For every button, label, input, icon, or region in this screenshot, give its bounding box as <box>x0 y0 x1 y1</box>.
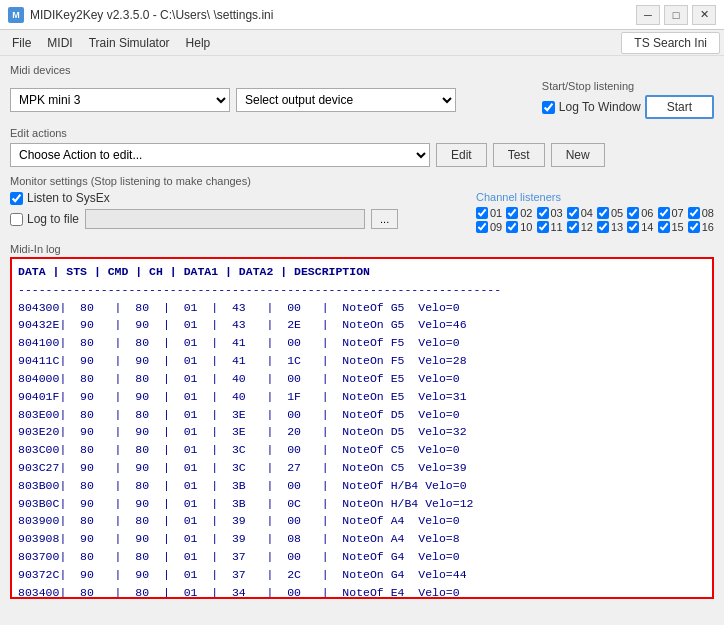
channel-item-12[interactable]: 12 <box>567 221 593 233</box>
channel-item-11[interactable]: 11 <box>537 221 563 233</box>
monitor-left: Listen to SysEx Log to file ... <box>10 191 398 229</box>
listen-to-sysex-checkbox[interactable] <box>10 192 23 205</box>
channel-item-03[interactable]: 03 <box>537 207 563 219</box>
channel-item-15[interactable]: 15 <box>658 221 684 233</box>
channel-listeners: Channel listeners 0102030405060708 09101… <box>476 191 714 235</box>
channel-item-06[interactable]: 06 <box>627 207 653 219</box>
title-bar: M MIDIKey2Key v2.3.5.0 - C:\Users\ \sett… <box>0 0 724 30</box>
channel-item-04[interactable]: 04 <box>567 207 593 219</box>
channel-label-04: 04 <box>581 207 593 219</box>
menu-train-simulator[interactable]: Train Simulator <box>81 33 178 53</box>
browse-button[interactable]: ... <box>371 209 398 229</box>
channel-item-14[interactable]: 14 <box>627 221 653 233</box>
menu-bar: File MIDI Train Simulator Help TS Search… <box>0 30 724 56</box>
start-stop-box: Start/Stop listening Log To Window Start <box>542 80 714 119</box>
edit-section: Edit actions Choose Action to edit... Ed… <box>10 127 714 167</box>
channel-checkbox-15[interactable] <box>658 221 670 233</box>
action-select[interactable]: Choose Action to edit... <box>10 143 430 167</box>
close-button[interactable]: ✕ <box>692 5 716 25</box>
channel-item-09[interactable]: 09 <box>476 221 502 233</box>
log-row: 804000| 80 | 80 | 01 | 40 | 00 | NoteOf … <box>18 370 706 388</box>
channel-item-10[interactable]: 10 <box>506 221 532 233</box>
monitor-section: Monitor settings (Stop listening to make… <box>10 175 714 235</box>
test-button[interactable]: Test <box>493 143 545 167</box>
channel-checkbox-14[interactable] <box>627 221 639 233</box>
channel-checkbox-07[interactable] <box>658 207 670 219</box>
channel-row-2: 0910111213141516 <box>476 221 714 233</box>
channel-label-01: 01 <box>490 207 502 219</box>
start-stop-label: Start/Stop listening <box>542 80 634 92</box>
log-row: 803700| 80 | 80 | 01 | 37 | 00 | NoteOf … <box>18 548 706 566</box>
log-file-path-input[interactable] <box>85 209 365 229</box>
log-to-window-label[interactable]: Log To Window <box>542 100 641 114</box>
log-row: 903B0C| 90 | 90 | 01 | 3B | 0C | NoteOn … <box>18 495 706 513</box>
channel-checkbox-11[interactable] <box>537 221 549 233</box>
channel-label-14: 14 <box>641 221 653 233</box>
menu-file[interactable]: File <box>4 33 39 53</box>
listen-to-sysex-label[interactable]: Listen to SysEx <box>10 191 398 205</box>
channel-label-03: 03 <box>551 207 563 219</box>
title-bar-left: M MIDIKey2Key v2.3.5.0 - C:\Users\ \sett… <box>8 7 273 23</box>
channel-item-13[interactable]: 13 <box>597 221 623 233</box>
channel-checkbox-06[interactable] <box>627 207 639 219</box>
log-row: 804100| 80 | 80 | 01 | 41 | 00 | NoteOf … <box>18 334 706 352</box>
channel-label-02: 02 <box>520 207 532 219</box>
channel-checkbox-02[interactable] <box>506 207 518 219</box>
channel-listeners-label: Channel listeners <box>476 191 561 203</box>
midi-log-label: Midi-In log <box>10 243 714 255</box>
channel-checkbox-08[interactable] <box>688 207 700 219</box>
log-row: 903908| 90 | 90 | 01 | 39 | 08 | NoteOn … <box>18 530 706 548</box>
log-row: 90372C| 90 | 90 | 01 | 37 | 2C | NoteOn … <box>18 566 706 584</box>
log-to-file-label[interactable]: Log to file <box>10 212 79 226</box>
title-text: MIDIKey2Key v2.3.5.0 - C:\Users\ \settin… <box>30 8 273 22</box>
log-row: 804300| 80 | 80 | 01 | 43 | 00 | NoteOf … <box>18 299 706 317</box>
channel-item-02[interactable]: 02 <box>506 207 532 219</box>
ts-search-ini-button[interactable]: TS Search Ini <box>621 32 720 54</box>
midi-log-box[interactable]: DATA | STS | CMD | CH | DATA1 | DATA2 | … <box>10 257 714 599</box>
log-row: 803900| 80 | 80 | 01 | 39 | 00 | NoteOf … <box>18 512 706 530</box>
edit-row: Choose Action to edit... Edit Test New <box>10 143 714 167</box>
log-header: DATA | STS | CMD | CH | DATA1 | DATA2 | … <box>18 263 706 281</box>
channel-item-08[interactable]: 08 <box>688 207 714 219</box>
midi-input-select[interactable]: MPK mini 3 <box>10 88 230 112</box>
channel-item-01[interactable]: 01 <box>476 207 502 219</box>
channel-checkbox-03[interactable] <box>537 207 549 219</box>
log-window-row: Log To Window Start <box>542 95 714 119</box>
log-to-window-checkbox[interactable] <box>542 101 555 114</box>
channel-checkbox-13[interactable] <box>597 221 609 233</box>
channel-checkbox-12[interactable] <box>567 221 579 233</box>
log-to-file-row: Log to file ... <box>10 209 398 229</box>
edit-actions-label: Edit actions <box>10 127 714 139</box>
channel-label-12: 12 <box>581 221 593 233</box>
log-to-file-checkbox[interactable] <box>10 213 23 226</box>
log-divider: ----------------------------------------… <box>18 281 706 299</box>
title-controls: ─ □ ✕ <box>636 5 716 25</box>
channel-checkbox-04[interactable] <box>567 207 579 219</box>
menu-midi[interactable]: MIDI <box>39 33 80 53</box>
channel-checkbox-05[interactable] <box>597 207 609 219</box>
channel-label-08: 08 <box>702 207 714 219</box>
channel-item-07[interactable]: 07 <box>658 207 684 219</box>
log-row: 903E20| 90 | 90 | 01 | 3E | 20 | NoteOn … <box>18 423 706 441</box>
minimize-button[interactable]: ─ <box>636 5 660 25</box>
midi-output-select[interactable]: Select output device <box>236 88 456 112</box>
log-row: 803C00| 80 | 80 | 01 | 3C | 00 | NoteOf … <box>18 441 706 459</box>
channel-label-10: 10 <box>520 221 532 233</box>
channel-checkbox-01[interactable] <box>476 207 488 219</box>
log-rows-container: 804300| 80 | 80 | 01 | 43 | 00 | NoteOf … <box>18 299 706 599</box>
channel-item-16[interactable]: 16 <box>688 221 714 233</box>
channel-checkbox-16[interactable] <box>688 221 700 233</box>
channel-checkbox-09[interactable] <box>476 221 488 233</box>
monitor-label: Monitor settings (Stop listening to make… <box>10 175 714 187</box>
midi-devices-label: Midi devices <box>10 64 714 76</box>
channel-checkbox-10[interactable] <box>506 221 518 233</box>
channel-item-05[interactable]: 05 <box>597 207 623 219</box>
edit-button[interactable]: Edit <box>436 143 487 167</box>
log-row: 903C27| 90 | 90 | 01 | 3C | 27 | NoteOn … <box>18 459 706 477</box>
start-button[interactable]: Start <box>645 95 714 119</box>
log-row: 90401F| 90 | 90 | 01 | 40 | 1F | NoteOn … <box>18 388 706 406</box>
menu-help[interactable]: Help <box>178 33 219 53</box>
maximize-button[interactable]: □ <box>664 5 688 25</box>
new-button[interactable]: New <box>551 143 605 167</box>
channel-label-11: 11 <box>551 221 563 233</box>
